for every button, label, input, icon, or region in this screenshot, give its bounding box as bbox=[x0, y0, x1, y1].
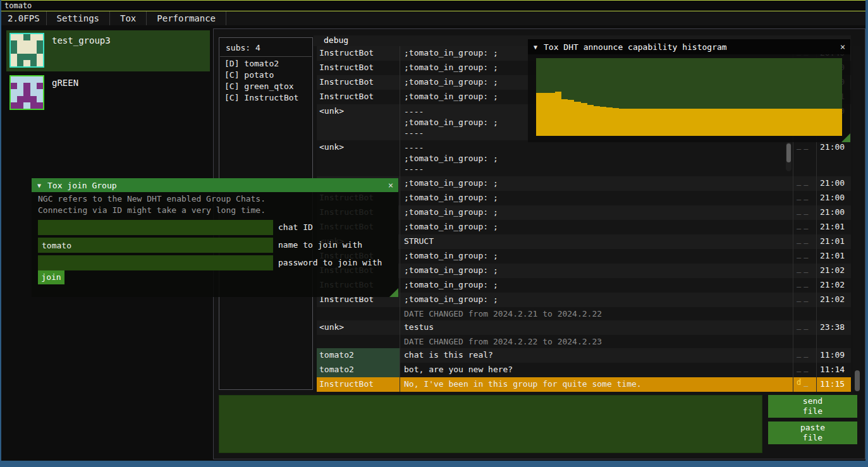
message-row[interactable]: tomato2bot, are you new here?__11:14 bbox=[317, 363, 851, 377]
histogram-bar bbox=[632, 109, 638, 136]
avatar-pixel bbox=[30, 60, 37, 66]
flag-pending: _ bbox=[797, 206, 804, 215]
flag-pending: _ bbox=[797, 221, 804, 229]
send-file-label-2: file bbox=[768, 406, 857, 416]
avatar-pixel bbox=[23, 76, 30, 83]
subs-list: [D] tomato2[C] potato[C] green_qtox[C] I… bbox=[219, 57, 312, 102]
avatar-pixel bbox=[11, 83, 17, 89]
avatar-pixel bbox=[11, 102, 17, 109]
system-row[interactable]: DATE CHANGED from 2024.2.21 to 2024.2.22 bbox=[317, 307, 851, 320]
message-scrollbar[interactable] bbox=[786, 142, 792, 171]
message-flags: __ bbox=[793, 363, 817, 377]
message-flags: __ bbox=[793, 220, 817, 234]
message-text: DATE CHANGED from 2024.2.21 to 2024.2.22 bbox=[400, 307, 793, 320]
paste-file-label-1: paste bbox=[768, 423, 857, 433]
avatar-pixel bbox=[37, 34, 43, 40]
avatar-pixel bbox=[37, 83, 43, 89]
histogram-bar bbox=[619, 109, 625, 136]
histogram-bar bbox=[689, 109, 695, 136]
message-row[interactable]: tomato2chat is this real?__11:09 bbox=[317, 348, 851, 363]
avatar-pixel bbox=[17, 47, 23, 53]
histogram-bar bbox=[542, 93, 549, 136]
join-field-row: name to join with bbox=[38, 238, 392, 253]
avatar-pixel bbox=[11, 76, 17, 83]
flag-pending: _ bbox=[797, 363, 804, 372]
collapse-icon[interactable]: ▼ bbox=[32, 182, 47, 189]
message-flags: __ bbox=[793, 264, 817, 278]
subs-member-InstructBot[interactable]: [C] InstructBot bbox=[219, 91, 312, 102]
join-input-chat-ID[interactable] bbox=[38, 220, 273, 235]
message-text: No, I've been in this group for quite so… bbox=[400, 377, 793, 392]
avatar-pixel bbox=[11, 60, 17, 66]
sidebar-item-test_group3[interactable]: test_group3 bbox=[6, 30, 210, 71]
collapse-icon[interactable]: ▼ bbox=[528, 44, 544, 51]
menu-item-performance[interactable]: Performance bbox=[147, 11, 226, 25]
sender-name bbox=[317, 335, 400, 348]
message-text: ;tomato_in_group: ; bbox=[400, 220, 793, 234]
message-input[interactable] bbox=[219, 395, 762, 453]
group-name-label: gREEN bbox=[44, 73, 78, 107]
histogram-bar bbox=[836, 109, 842, 136]
chat-scrollbar-grip[interactable] bbox=[855, 370, 860, 391]
message-text: ;tomato_in_group: ; bbox=[400, 205, 793, 220]
subs-member-tomato2[interactable]: [D] tomato2 bbox=[219, 57, 312, 68]
join-group-titlebar[interactable]: ▼ Tox join Group × bbox=[32, 178, 398, 192]
avatar-pixel bbox=[23, 34, 30, 40]
flag-pending: _ bbox=[797, 177, 804, 186]
paste-file-button[interactable]: paste file bbox=[768, 422, 857, 444]
close-icon[interactable]: × bbox=[383, 180, 398, 190]
join-group-title: Tox join Group bbox=[47, 181, 383, 190]
menu-item-settings[interactable]: Settings bbox=[47, 11, 110, 25]
menu-item-tox[interactable]: Tox bbox=[110, 11, 147, 25]
message-flags bbox=[793, 307, 817, 320]
message-row[interactable]: <unk>testus__23:38 bbox=[317, 320, 851, 335]
join-field-label: password to join with bbox=[278, 258, 382, 267]
chat-scrollbar[interactable] bbox=[853, 46, 861, 392]
message-text: STRUCT bbox=[400, 234, 793, 249]
send-file-button[interactable]: send file bbox=[768, 395, 857, 418]
subs-member-potato[interactable]: [C] potato bbox=[219, 68, 312, 80]
resize-grip[interactable] bbox=[389, 288, 398, 297]
histogram-bar bbox=[747, 109, 753, 136]
sidebar-item-gREEN[interactable]: gREEN bbox=[6, 73, 210, 107]
message-row[interactable]: <unk>----;tomato_in_group: ;----__21:00 bbox=[317, 140, 851, 176]
dht-histogram-titlebar[interactable]: ▼ Tox DHT announce capability histogram … bbox=[528, 39, 850, 54]
avatar-pixel bbox=[11, 47, 17, 53]
histogram-bar bbox=[587, 105, 594, 136]
message-text: ;tomato_in_group: ; bbox=[400, 176, 793, 191]
histogram-bar bbox=[816, 109, 822, 136]
join-button[interactable]: join bbox=[38, 270, 64, 284]
flag-pending: _ bbox=[804, 235, 810, 244]
histogram-bar bbox=[823, 109, 829, 136]
avatar-pixel bbox=[17, 76, 23, 83]
message-scrollbar-grip[interactable] bbox=[786, 143, 791, 162]
wm-titlebar[interactable]: tomato bbox=[0, 0, 868, 11]
message-line: ---- bbox=[404, 164, 793, 174]
system-row[interactable]: DATE CHANGED from 2024.2.22 to 2024.2.23 bbox=[317, 335, 851, 348]
histogram-bar bbox=[606, 107, 613, 136]
close-icon[interactable]: × bbox=[835, 42, 850, 52]
histogram-bar bbox=[613, 108, 619, 136]
avatar-pixel bbox=[11, 54, 17, 60]
subs-member-green_qtox[interactable]: [C] green_qtox bbox=[219, 80, 312, 91]
message-timestamp: 21:00 bbox=[817, 140, 849, 176]
dht-histogram-window: ▼ Tox DHT announce capability histogram … bbox=[528, 39, 850, 142]
flag-pending: _ bbox=[804, 221, 810, 229]
join-group-window: ▼ Tox join Group × NGC refers to the New… bbox=[32, 178, 398, 297]
message-timestamp bbox=[817, 307, 849, 320]
resize-grip[interactable] bbox=[841, 133, 850, 142]
flag-pending: _ bbox=[797, 264, 804, 273]
flag-pending: _ bbox=[804, 250, 810, 258]
flag-pending: _ bbox=[804, 191, 810, 200]
dht-histogram-plot bbox=[536, 58, 842, 136]
avatar-pixel bbox=[30, 34, 37, 40]
avatar-pixel bbox=[37, 89, 43, 95]
message-row[interactable]: InstructBotNo, I've been in this group f… bbox=[317, 377, 851, 392]
histogram-bar bbox=[638, 109, 644, 136]
histogram-bar bbox=[549, 93, 555, 136]
message-flags: __ bbox=[793, 191, 817, 205]
join-input-password-to-join-with[interactable] bbox=[38, 255, 273, 270]
avatar-pixel bbox=[37, 60, 43, 66]
histogram-bar bbox=[574, 102, 580, 136]
join-input-name-to-join-with[interactable] bbox=[38, 238, 273, 253]
